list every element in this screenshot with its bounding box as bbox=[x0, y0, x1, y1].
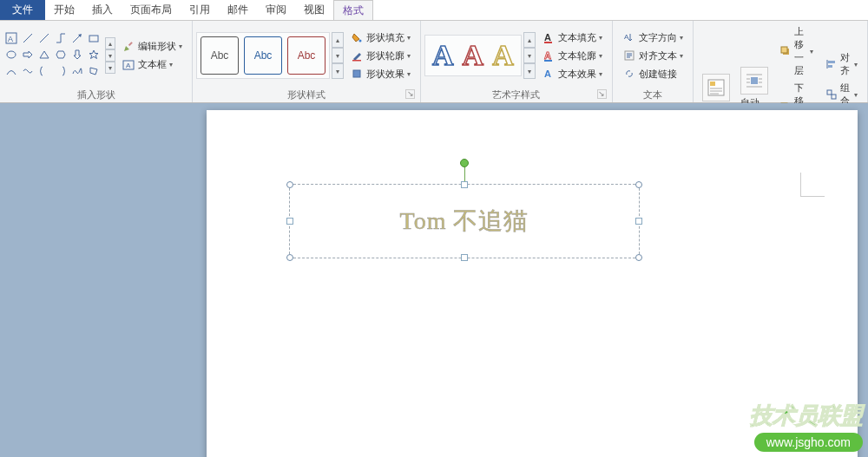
shape-arrow-down-icon[interactable] bbox=[71, 49, 85, 62]
shape-arrow-icon[interactable] bbox=[71, 32, 85, 46]
bring-forward-button[interactable]: 上移一层▾ bbox=[777, 24, 816, 78]
shape-style-3[interactable]: Abc bbox=[287, 36, 326, 75]
svg-marker-9 bbox=[56, 51, 65, 58]
text-outline-button[interactable]: A 文本轮廓▾ bbox=[539, 48, 605, 63]
bring-forward-icon bbox=[779, 44, 792, 58]
resize-handle-n[interactable] bbox=[461, 181, 468, 188]
tab-page-layout[interactable]: 页面布局 bbox=[122, 0, 181, 20]
group-insert-shapes: A ▴ ▾ ▾ bbox=[0, 21, 193, 102]
document-area[interactable]: Tom 不追猫 bbox=[0, 103, 868, 457]
shape-connector-icon[interactable] bbox=[55, 32, 69, 46]
wordart-gallery[interactable]: A A A bbox=[424, 35, 522, 76]
group-label: 形状样式 bbox=[287, 89, 326, 100]
wordart-text[interactable]: Tom 不追猫 bbox=[400, 205, 529, 238]
shape-brace-icon[interactable] bbox=[38, 65, 52, 79]
resize-handle-ne[interactable] bbox=[635, 181, 642, 188]
pen-icon bbox=[350, 49, 364, 62]
scroll-down-icon[interactable]: ▾ bbox=[332, 48, 344, 63]
shape-star-icon[interactable] bbox=[88, 49, 102, 62]
wordart-textbox[interactable]: Tom 不追猫 bbox=[289, 184, 640, 258]
dialog-launcher-icon[interactable]: ↘ bbox=[405, 89, 415, 99]
text-effects-icon: A bbox=[542, 67, 556, 81]
create-link-button[interactable]: 创建链接 bbox=[620, 66, 686, 82]
tab-mailings[interactable]: 邮件 bbox=[219, 0, 257, 20]
align-text-button[interactable]: 对齐文本▾ bbox=[620, 48, 686, 63]
shape-block-arrow-icon[interactable] bbox=[22, 49, 36, 62]
shape-oval-icon[interactable] bbox=[5, 49, 19, 62]
svg-text:A: A bbox=[126, 62, 131, 69]
shape-hexagon-icon[interactable] bbox=[55, 49, 69, 62]
tab-references[interactable]: 引用 bbox=[181, 0, 219, 20]
svg-rect-12 bbox=[128, 42, 133, 46]
shape-line-icon[interactable] bbox=[22, 32, 36, 46]
dialog-launcher-icon[interactable]: ↘ bbox=[597, 89, 607, 99]
svg-rect-49 bbox=[827, 90, 832, 95]
shape-scribble-icon[interactable] bbox=[71, 65, 85, 79]
group-text: A 文字方向▾ 对齐文本▾ 创建链接 文本 bbox=[613, 21, 694, 102]
resize-handle-nw[interactable] bbox=[286, 181, 293, 188]
rotation-handle[interactable] bbox=[460, 159, 469, 167]
resize-handle-e[interactable] bbox=[635, 218, 642, 225]
shape-fill-button[interactable]: 形状填充▾ bbox=[347, 29, 413, 45]
shape-wave-icon[interactable] bbox=[22, 65, 36, 79]
wordart-scroll[interactable]: ▴ ▾ ▾ bbox=[523, 32, 536, 79]
shape-effects-button[interactable]: 形状效果▾ bbox=[347, 66, 413, 82]
shape-style-1[interactable]: Abc bbox=[201, 36, 239, 75]
tab-insert[interactable]: 插入 bbox=[83, 0, 122, 20]
text-box-button[interactable]: A 文本框 ▾ bbox=[119, 57, 185, 73]
shape-style-2[interactable]: Abc bbox=[244, 36, 282, 75]
align-button[interactable]: 对齐▾ bbox=[823, 50, 860, 78]
shapes-gallery-scroll[interactable]: ▴ ▾ ▾ bbox=[105, 37, 115, 74]
shape-style-gallery[interactable]: Abc Abc Abc bbox=[196, 32, 330, 79]
scroll-up-icon[interactable]: ▴ bbox=[105, 37, 115, 49]
scroll-down-icon[interactable]: ▾ bbox=[105, 49, 115, 62]
svg-text:A: A bbox=[544, 50, 551, 61]
svg-rect-33 bbox=[751, 77, 758, 84]
scroll-more-icon[interactable]: ▾ bbox=[105, 62, 115, 74]
svg-rect-47 bbox=[828, 61, 835, 63]
text-box-icon: A bbox=[122, 58, 135, 72]
resize-handle-w[interactable] bbox=[286, 218, 293, 225]
wordart-style-1[interactable]: A bbox=[432, 39, 454, 72]
scroll-more-icon[interactable]: ▾ bbox=[523, 63, 536, 79]
text-direction-button[interactable]: A 文字方向▾ bbox=[620, 29, 686, 45]
shape-triangle-icon[interactable] bbox=[38, 49, 52, 62]
tab-home[interactable]: 开始 bbox=[45, 0, 83, 20]
svg-marker-11 bbox=[124, 46, 129, 51]
svg-rect-6 bbox=[89, 36, 98, 42]
resize-handle-se[interactable] bbox=[635, 254, 642, 261]
svg-rect-41 bbox=[781, 47, 787, 53]
shape-line2-icon[interactable] bbox=[38, 32, 52, 46]
shape-text-icon[interactable]: A bbox=[5, 32, 19, 46]
tab-file[interactable]: 文件 bbox=[0, 0, 45, 20]
scroll-up-icon[interactable]: ▴ bbox=[332, 32, 344, 48]
shape-curve-icon[interactable] bbox=[5, 65, 19, 79]
svg-text:A: A bbox=[8, 35, 13, 43]
tab-view[interactable]: 视图 bbox=[295, 0, 333, 20]
edit-shape-button[interactable]: 编辑形状 ▾ bbox=[119, 39, 185, 55]
scroll-down-icon[interactable]: ▾ bbox=[523, 48, 536, 63]
svg-text:A: A bbox=[544, 32, 551, 42]
scroll-up-icon[interactable]: ▴ bbox=[523, 32, 536, 48]
shape-brace-r-icon[interactable] bbox=[55, 65, 69, 79]
shapes-gallery[interactable]: A bbox=[3, 30, 103, 81]
shape-rect-icon[interactable] bbox=[88, 32, 102, 46]
shape-style-scroll[interactable]: ▴ ▾ ▾ bbox=[332, 32, 344, 79]
scroll-more-icon[interactable]: ▾ bbox=[332, 63, 344, 79]
wordart-style-3[interactable]: A bbox=[492, 39, 514, 72]
svg-rect-50 bbox=[832, 95, 836, 99]
tab-format[interactable]: 格式 bbox=[333, 0, 373, 20]
shape-outline-button[interactable]: 形状轮廓▾ bbox=[347, 48, 413, 63]
resize-handle-s[interactable] bbox=[461, 254, 468, 261]
text-fill-button[interactable]: A 文本填充▾ bbox=[539, 29, 605, 45]
shape-freeform-icon[interactable] bbox=[88, 65, 102, 79]
svg-point-15 bbox=[359, 40, 362, 42]
chevron-down-icon: ▾ bbox=[169, 61, 173, 69]
svg-rect-21 bbox=[544, 60, 552, 62]
effects-icon bbox=[350, 67, 364, 81]
resize-handle-sw[interactable] bbox=[286, 254, 293, 261]
wordart-style-2[interactable]: A bbox=[463, 39, 484, 72]
svg-text:A: A bbox=[544, 69, 551, 79]
tab-review[interactable]: 审阅 bbox=[257, 0, 295, 20]
text-effects-button[interactable]: A 文本效果▾ bbox=[539, 66, 605, 82]
